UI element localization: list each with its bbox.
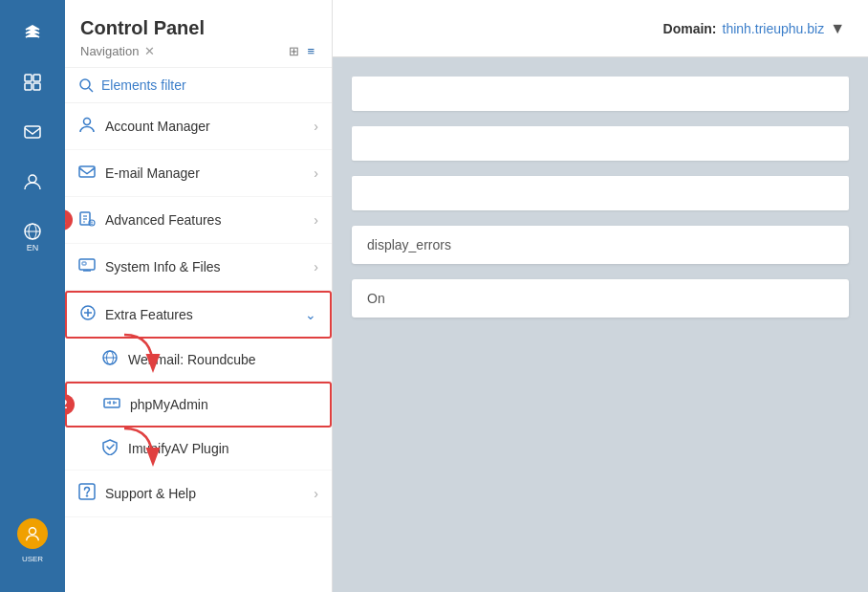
- svg-rect-24: [82, 262, 86, 265]
- nav-item-account-manager[interactable]: Account Manager ›: [65, 103, 332, 150]
- advanced-features-label: Advanced Features: [105, 212, 304, 228]
- svg-point-12: [84, 119, 91, 125]
- extra-features-label: Extra Features: [105, 307, 295, 322]
- icon-sidebar: EN USER: [0, 0, 65, 592]
- phpmyadmin-icon: [103, 394, 120, 415]
- account-manager-label: Account Manager: [105, 119, 304, 134]
- pin-icon[interactable]: ✕: [144, 44, 155, 58]
- step-2-badge: 2: [65, 394, 75, 415]
- domain-label: Domain:: [663, 21, 717, 36]
- sidebar-icon-user-profile[interactable]: USER: [0, 503, 65, 582]
- list-view-button[interactable]: ≡: [305, 43, 316, 59]
- nav-item-advanced-features[interactable]: 1 Advanced Features ›: [65, 197, 332, 244]
- value-row: On: [352, 279, 849, 318]
- svg-rect-2: [25, 83, 32, 90]
- advanced-features-chevron: ›: [314, 212, 318, 228]
- email-manager-chevron: ›: [314, 165, 318, 181]
- search-row: Elements filter: [65, 68, 332, 103]
- on-value: On: [367, 291, 385, 306]
- nav-item-email-manager[interactable]: E-mail Manager ›: [65, 150, 332, 197]
- nav-item-extra-features[interactable]: Extra Features ⌄: [65, 291, 332, 339]
- account-manager-chevron: ›: [314, 119, 318, 134]
- sub-item-imunifyav[interactable]: ImunifyAV Plugin: [65, 428, 332, 471]
- imunifyav-label: ImunifyAV Plugin: [128, 441, 229, 456]
- nav-item-system-info[interactable]: System Info & Files ›: [65, 244, 332, 291]
- svg-rect-4: [25, 126, 40, 138]
- user-label: USER: [22, 555, 43, 563]
- svg-point-37: [86, 495, 88, 497]
- system-info-label: System Info & Files: [105, 259, 304, 274]
- svg-rect-1: [33, 75, 40, 81]
- logo-button[interactable]: [0, 10, 65, 57]
- svg-rect-13: [79, 166, 95, 177]
- email-icon: [78, 163, 96, 184]
- content-row-empty-3: [352, 176, 849, 210]
- search-box[interactable]: Elements filter: [78, 77, 318, 93]
- view-icons: ⊞ ≡: [287, 43, 316, 59]
- lang-label: EN: [27, 243, 39, 252]
- svg-point-10: [80, 79, 90, 89]
- main-content: Domain: thinh.trieuphu.biz ▼ display_err…: [333, 0, 868, 592]
- svg-rect-0: [25, 75, 32, 81]
- support-chevron: ›: [314, 486, 318, 501]
- sidebar-icon-globe[interactable]: EN: [0, 207, 65, 256]
- user-avatar: [17, 518, 48, 549]
- sidebar-icon-messages[interactable]: [0, 107, 65, 157]
- support-label: Support & Help: [105, 486, 304, 501]
- nav-items: Account Manager › E-mail Manager › 1: [65, 103, 332, 592]
- sidebar-icon-apps[interactable]: [0, 57, 65, 107]
- domain-dropdown-icon[interactable]: ▼: [830, 20, 845, 37]
- domain-selector: Domain: thinh.trieuphu.biz ▼: [663, 20, 845, 37]
- svg-rect-31: [104, 399, 119, 407]
- system-info-chevron: ›: [314, 259, 318, 274]
- content-row-empty-2: [352, 126, 849, 161]
- nav-panel: Control Panel Navigation ✕ ⊞ ≡ Elements …: [65, 0, 333, 592]
- sub-item-webmail[interactable]: Webmail: Roundcube: [65, 339, 332, 382]
- person-icon: [78, 116, 96, 137]
- webmail-label: Webmail: Roundcube: [128, 352, 256, 367]
- email-manager-label: E-mail Manager: [105, 165, 304, 181]
- display-errors-value: display_errors: [367, 237, 451, 252]
- svg-point-20: [92, 224, 93, 225]
- sidebar-icon-user[interactable]: [0, 157, 65, 207]
- content-row-empty-1: [352, 77, 849, 111]
- svg-rect-3: [33, 83, 40, 90]
- webmail-icon: [101, 349, 119, 370]
- main-body: display_errors On: [333, 57, 868, 592]
- svg-point-9: [29, 528, 35, 535]
- svg-point-5: [29, 175, 36, 183]
- shield-icon: [101, 438, 119, 459]
- svg-line-11: [89, 88, 93, 92]
- phpmyadmin-label: phpMyAdmin: [130, 397, 208, 412]
- svg-rect-21: [79, 259, 95, 270]
- grid-view-button[interactable]: ⊞: [287, 43, 301, 59]
- display-errors-row: display_errors: [352, 226, 849, 264]
- domain-value: thinh.trieuphu.biz: [723, 21, 825, 36]
- system-icon: [78, 256, 96, 277]
- search-label: Elements filter: [101, 77, 186, 93]
- nav-item-support[interactable]: Support & Help ›: [65, 471, 332, 517]
- step-1-badge: 1: [65, 209, 73, 230]
- main-topbar: Domain: thinh.trieuphu.biz ▼: [333, 0, 868, 57]
- navigation-label: Navigation: [80, 44, 139, 58]
- extra-features-chevron: ⌄: [305, 307, 316, 322]
- advanced-icon: [78, 209, 96, 230]
- nav-subheader: Navigation ✕ ⊞ ≡: [80, 43, 316, 59]
- nav-header: Control Panel Navigation ✕ ⊞ ≡: [65, 0, 332, 68]
- help-icon: [78, 483, 96, 504]
- plus-icon: [80, 305, 96, 324]
- panel-title: Control Panel: [80, 17, 316, 39]
- sub-item-phpmyadmin[interactable]: 2 phpMyAdmin: [65, 382, 332, 428]
- search-icon: [78, 77, 94, 93]
